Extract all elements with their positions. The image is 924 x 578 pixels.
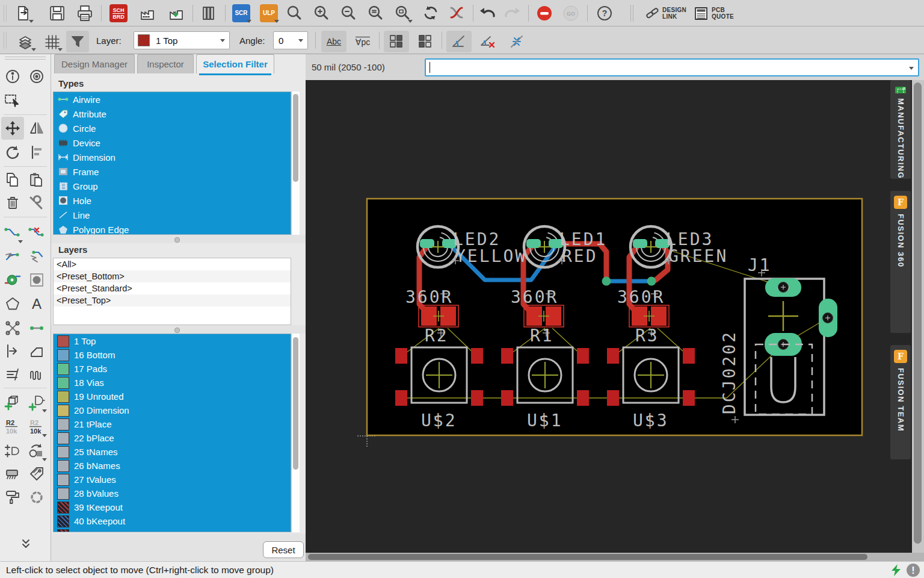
ic-footprint-button[interactable]	[1, 462, 24, 485]
text-button[interactable]: A	[25, 293, 48, 315]
zoom-out-button[interactable]	[337, 2, 360, 24]
layer-row[interactable]: 16 Bottom	[54, 348, 291, 362]
angle-select[interactable]: 0	[273, 31, 308, 49]
print-button[interactable]	[73, 2, 96, 24]
tab-inspector[interactable]: Inspector	[137, 54, 194, 73]
preset-item-top[interactable]: <Preset_Top>	[54, 294, 291, 306]
panel-splitter[interactable]	[51, 235, 306, 243]
tab-fusion-team[interactable]: F FUSION TEAM	[890, 345, 911, 459]
refresh-button[interactable]	[420, 2, 443, 24]
manufacturing-button[interactable]	[136, 2, 159, 24]
board-canvas[interactable]: GND LED2 YELLOW LED1 RED LED3 GREEN 360R	[306, 80, 924, 553]
paste-button[interactable]	[25, 169, 48, 191]
layers-scrollbar[interactable]	[291, 334, 300, 532]
zoom-select-button[interactable]	[391, 2, 414, 24]
layer-row[interactable]: 18 Vias	[54, 376, 291, 390]
type-item-attribute[interactable]: Attribute	[54, 107, 291, 121]
stop-command-button[interactable]	[445, 2, 468, 24]
layer-select[interactable]: 1 Top	[134, 31, 230, 49]
layer-row[interactable]: 22 bPlace	[54, 431, 291, 445]
canvas-horizontal-scrollbar[interactable]	[306, 553, 924, 561]
scrollbar-thumb[interactable]	[293, 337, 298, 470]
text-mirrored-button[interactable]: ∀pc	[350, 31, 375, 52]
undo-button[interactable]	[476, 2, 499, 24]
layer-row[interactable]: 19 Unrouted	[54, 390, 291, 403]
type-item-device[interactable]: Device	[54, 135, 291, 150]
zoom-redraw-button[interactable]	[364, 2, 387, 24]
ulp-button[interactable]: ULP	[257, 2, 280, 24]
polygon-button[interactable]	[1, 293, 24, 315]
preset-item-standard[interactable]: <Preset_Standard>	[54, 282, 291, 294]
miter-wires-button[interactable]	[25, 340, 48, 362]
quadrant-style-2-button[interactable]	[413, 31, 438, 52]
layer-row[interactable]: 27 tValues	[54, 473, 291, 486]
layer-row[interactable]: 20 Dimension	[54, 403, 291, 417]
script-button[interactable]: SCR	[230, 2, 253, 24]
copy-button[interactable]	[1, 169, 24, 191]
invoke-button[interactable]	[1, 440, 24, 462]
attribute-button[interactable]	[25, 462, 48, 485]
pcb-quote-button[interactable]: PCBQUOTE	[693, 2, 734, 24]
ratsnest-button[interactable]	[1, 317, 24, 340]
tab-design-manager[interactable]: Design Manager	[54, 54, 135, 73]
tab-fusion-360[interactable]: F FUSION 360	[890, 191, 911, 333]
name-button[interactable]: R210k	[1, 415, 24, 438]
layer-settings-button[interactable]	[14, 31, 37, 52]
more-tools-button[interactable]	[14, 532, 37, 555]
mirror-button[interactable]	[25, 117, 48, 140]
save-button[interactable]	[46, 2, 69, 24]
type-item-airwire[interactable]: Airwire	[54, 92, 291, 107]
alert-icon[interactable]: !	[906, 563, 920, 577]
wire-bend-button[interactable]	[25, 246, 48, 269]
paint-roller-button[interactable]	[1, 485, 24, 508]
meander-button[interactable]	[25, 364, 48, 387]
stop-button[interactable]	[533, 2, 556, 24]
layer-row[interactable]: 1 Top	[54, 334, 291, 348]
group-button[interactable]	[25, 485, 48, 508]
type-item-circle[interactable]: Circle	[54, 121, 291, 135]
toolbar-drag-handle[interactable]	[6, 32, 7, 49]
via-button[interactable]	[1, 269, 24, 291]
layer-row[interactable]: 40 bKeepout	[54, 514, 291, 528]
type-item-polygon-edge[interactable]: Polygon Edge	[54, 222, 291, 235]
help-button[interactable]: ?	[593, 2, 616, 24]
scrollbar-thumb[interactable]	[308, 554, 867, 560]
ripup-button[interactable]	[25, 222, 48, 244]
layer-row[interactable]: 28 bValues	[54, 486, 291, 500]
canvas-vertical-scrollbar[interactable]	[912, 80, 924, 553]
quadrant-style-1-button[interactable]	[384, 31, 409, 52]
angle-arc-button[interactable]	[446, 31, 472, 52]
change-button[interactable]	[25, 191, 48, 214]
move-button[interactable]	[1, 117, 24, 140]
reset-button[interactable]: Reset	[263, 541, 304, 558]
replace-button[interactable]	[25, 440, 48, 462]
redo-button[interactable]	[500, 2, 523, 24]
scrollbar-thumb[interactable]	[293, 94, 298, 182]
toolbar-drag-handle[interactable]	[5, 57, 46, 57]
angle-delete-button[interactable]	[475, 31, 500, 52]
signal-direction-button[interactable]	[1, 340, 24, 362]
preset-item-bottom[interactable]: <Preset_Bottom>	[54, 270, 291, 282]
add-part-button[interactable]	[1, 391, 24, 414]
show-button[interactable]	[25, 65, 48, 88]
layer-row[interactable]: 25 tNames	[54, 445, 291, 459]
align-button[interactable]	[25, 141, 48, 164]
go-button[interactable]: GO	[559, 2, 582, 24]
route-airwire-button[interactable]	[1, 222, 24, 244]
circle-button[interactable]	[25, 269, 48, 291]
design-link-button[interactable]: DESIGNLINK	[645, 2, 686, 24]
types-scrollbar[interactable]	[291, 92, 300, 235]
library-button[interactable]	[197, 2, 220, 24]
type-item-line[interactable]: Line	[54, 208, 291, 222]
type-item-hole[interactable]: Hole	[54, 193, 291, 208]
grid-button[interactable]	[41, 31, 64, 52]
toolbar-drag-handle[interactable]	[5, 59, 46, 60]
schematic-board-switch-button[interactable]: SCH BRD	[107, 2, 130, 24]
zoom-in-button[interactable]	[310, 2, 333, 24]
split-wire-button[interactable]	[1, 246, 24, 269]
layer-row[interactable]: 41 tRestrict	[54, 528, 291, 532]
scrollbar-thumb[interactable]	[914, 82, 922, 544]
toolbar-drag-handle[interactable]	[4, 32, 4, 49]
open-file-button[interactable]	[12, 2, 35, 24]
layer-row[interactable]: 39 tKeepout	[54, 500, 291, 514]
